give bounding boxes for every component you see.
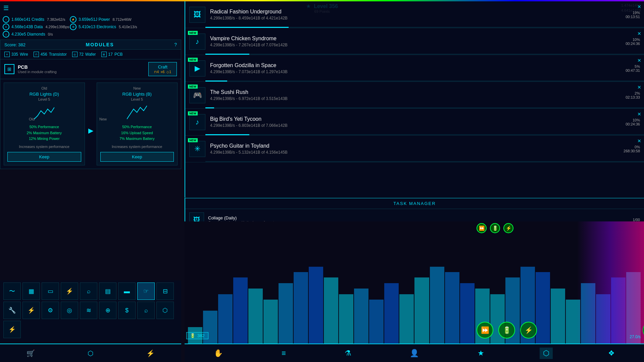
viz-fast-forward[interactable]: ⏩ xyxy=(477,223,487,233)
godzilla-stats: 4.299e139B/s - 7.073e141B of 1.297e143B xyxy=(210,69,613,74)
viz-bar-15 xyxy=(414,277,429,344)
toolbar-waves[interactable]: ≋ xyxy=(80,302,97,319)
sushi-info: The Sushi Rush 4.299e139B/s - 6.972e141B… xyxy=(210,89,613,101)
transistor-count: 456 xyxy=(41,52,47,57)
vampire-thumb: ♪ xyxy=(189,34,205,50)
nav-star[interactable]: ★ xyxy=(474,348,488,359)
psycho-close[interactable]: ✕ xyxy=(637,138,641,144)
viz-battery-large[interactable]: 🔋 xyxy=(498,322,515,339)
new-stat-2: 16% Upload Speed xyxy=(100,130,174,136)
toolbar-zap[interactable]: ⚡ xyxy=(22,302,40,319)
transistor-icon: ⊓ xyxy=(34,52,39,57)
nav-power[interactable]: ⚡ xyxy=(143,348,158,359)
bigbird-close[interactable]: ✕ xyxy=(637,111,641,117)
vampire-title: Vampire Chicken Syndrome xyxy=(210,36,613,42)
wafer-label: Wafer xyxy=(85,52,96,57)
wire-label: Wire xyxy=(20,52,28,57)
toolbar-hex[interactable]: ⬡ xyxy=(156,302,174,319)
electronics-value: 5.410e13 Electronics xyxy=(79,24,116,29)
credits-icon: ○ xyxy=(3,16,9,23)
godzilla-close[interactable]: ✕ xyxy=(637,58,641,63)
radical-close[interactable]: ✕ xyxy=(637,4,641,9)
godzilla-new-badge: NEW xyxy=(188,58,198,62)
toolbar-plus-circle[interactable]: ⊕ xyxy=(99,302,116,319)
bottom-nav-right: ✋ ≡ ⚗ 👤 ★ ⬡ ❖ xyxy=(185,344,644,362)
keep-new-button[interactable]: Keep xyxy=(100,152,174,162)
toolbar-dollar[interactable]: $ xyxy=(118,302,136,319)
bigbird-progress-fill xyxy=(205,134,249,135)
toolbar-slots[interactable]: ▬ xyxy=(118,282,136,300)
godzilla-info: Forgotten Godzilla in Space 4.299e139B/s… xyxy=(210,62,613,74)
viz-bar-4 xyxy=(248,289,263,344)
toolbar-search[interactable]: ⌕ xyxy=(80,282,97,300)
new-stat-3: 7% Maximum Battery xyxy=(100,136,174,142)
viz-battery-small[interactable]: 🔋 xyxy=(490,223,500,233)
sushi-progress-container xyxy=(205,107,644,108)
toolbar-lightning[interactable]: ⚡ xyxy=(61,282,78,300)
pcb-info: ⊞ PCB Used in module crafting xyxy=(4,64,57,74)
content-item-vampire: NEW ♪ Vampire Chicken Syndrome 4.299e139… xyxy=(185,28,644,55)
sushi-right: 2% 02:13:33 xyxy=(613,91,640,99)
viz-bar-16 xyxy=(430,267,444,344)
viz-lightning-right[interactable]: ⚡ xyxy=(643,322,644,339)
content-item-bigbird: NEW ♪ Big Bird's Yeti Tycoon 4.299e139B/… xyxy=(185,109,644,136)
godzilla-thumb: ▶ xyxy=(189,60,205,76)
bigbird-percent: 10% xyxy=(613,118,640,122)
bigbird-thumb: ♪ xyxy=(189,114,205,130)
collage-name: Collage (Daily) xyxy=(208,215,633,220)
new-desc: Increases system performance xyxy=(100,145,174,149)
viz-play[interactable]: ⏩ xyxy=(477,322,493,339)
content-item-godzilla: NEW ▶ Forgotten Godzilla in Space 4.299e… xyxy=(185,55,644,82)
nav-shop[interactable]: 🛒 xyxy=(23,348,38,359)
viz-bar-11 xyxy=(354,289,368,344)
bigbird-title: Big Bird's Yeti Tycoon xyxy=(210,116,613,122)
toolbar-menu[interactable]: ▤ xyxy=(99,282,116,300)
toolbar-wrench[interactable]: 🔧 xyxy=(3,302,21,319)
psycho-stats: 4.299e139B/s - 5.132e141B of 4.156e145B xyxy=(210,150,613,155)
nav-flask[interactable]: ⚗ xyxy=(341,348,355,359)
nav-hand[interactable]: ✋ xyxy=(210,348,226,359)
help-button[interactable]: ? xyxy=(174,42,177,47)
vampire-close[interactable]: ✕ xyxy=(637,31,641,36)
psycho-thumb: ✳ xyxy=(189,141,205,157)
toolbar-wave[interactable]: 〜 xyxy=(3,282,21,300)
viz-large-controls: ⏩ 🔋 ⚡ ⚡ xyxy=(477,322,644,339)
hamburger-button[interactable]: ☰ xyxy=(3,4,9,12)
radical-percent: 19% xyxy=(613,11,640,15)
craft-button[interactable]: Craft ⊓4 ≡6 ◇1 xyxy=(148,62,177,76)
credits-rate: 7.382e62/s xyxy=(47,17,65,21)
vampire-stats: 4.299e139B/s - 7.267e141B of 7.076e142B xyxy=(210,43,613,47)
vampire-new-badge: NEW xyxy=(188,31,198,35)
toolbar-row-3: ⚡ xyxy=(3,321,178,338)
viz-bar-3 xyxy=(233,277,248,344)
sushi-close[interactable]: ✕ xyxy=(637,85,641,90)
module-compare: Old New Old RGB Lights (D) Level 5 50% P… xyxy=(0,79,181,169)
toolbar-battery[interactable]: ▭ xyxy=(42,282,59,300)
sushi-title: The Sushi Rush xyxy=(210,89,613,95)
psycho-new-badge: NEW xyxy=(188,138,198,142)
pcb-icon: ⊞ xyxy=(4,64,14,74)
toolbar: 〜 ▦ ▭ ⚡ ⌕ ▤ ▬ ☞ ⊟ 🔧 ⚡ ⚙ ◎ ≋ ⊕ $ ⌕ ⬡ ⚡ xyxy=(0,280,181,342)
stats-bar: ○ 1.660e141 Credits 7.382e62/s ⚡ 3.659e5… xyxy=(0,15,181,40)
nav-gift[interactable]: ❖ xyxy=(605,348,618,359)
toolbar-cursor[interactable]: ☞ xyxy=(137,282,155,300)
toolbar-minus[interactable]: ⊟ xyxy=(156,282,174,300)
power-icon: ⚡ xyxy=(70,16,77,23)
toolbar-target[interactable]: ◎ xyxy=(61,302,78,319)
bigbird-stats: 4.299e139B/s - 6.803e141B of 7.066e142B xyxy=(210,123,613,128)
power-stat: ⚡ 3.659e51J Power 8.712e46W xyxy=(70,16,137,23)
nav-person[interactable]: 👤 xyxy=(406,348,422,359)
toolbar-grid[interactable]: ▦ xyxy=(22,282,40,300)
toolbar-search2[interactable]: ⌕ xyxy=(137,302,155,319)
nav-modules[interactable]: ⬡ xyxy=(84,348,97,359)
nav-hexagon[interactable]: ⬡ xyxy=(540,348,553,359)
credits-stat: ○ 1.660e141 Credits 7.382e62/s xyxy=(3,16,70,23)
cost-wire: ≡6 xyxy=(161,70,164,74)
toolbar-row-1: 〜 ▦ ▭ ⚡ ⌕ ▤ ▬ ☞ ⊟ xyxy=(3,282,178,300)
toolbar-gear[interactable]: ⚙ xyxy=(42,302,59,319)
viz-lightning-small[interactable]: ⚡ xyxy=(503,223,513,233)
toolbar-bolt[interactable]: ⚡ xyxy=(3,321,21,338)
keep-old-button[interactable]: Keep xyxy=(7,152,81,162)
nav-layers[interactable]: ≡ xyxy=(278,348,289,359)
viz-lightning-large[interactable]: ⚡ xyxy=(520,322,537,339)
